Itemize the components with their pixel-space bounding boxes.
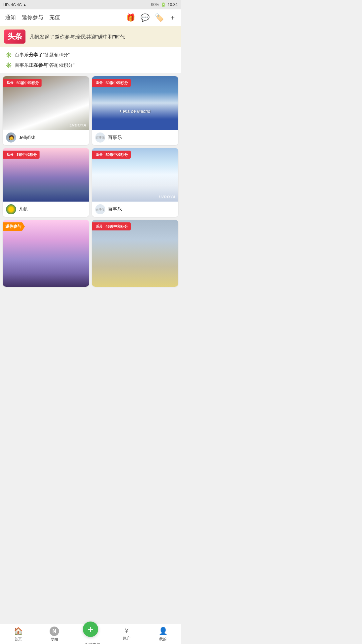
card-footer-3: 凡帆 [3, 202, 89, 217]
battery-level: 90% [151, 2, 159, 7]
card-desert[interactable]: 瓜分 46碳中和积分 [92, 220, 178, 287]
card-image-clouds: 瓜分 50碳中和积分 LVDOYA [92, 148, 178, 202]
coupon-icon[interactable]: 🏷️ [155, 13, 164, 22]
activity-list: ✳️ 百事乐分享了"答题领积分" ✳️ 百事乐正在参与"答题领积分" [0, 47, 181, 73]
card-forest[interactable]: 瓜分 1碳中和积分 凡帆 [3, 148, 89, 217]
card-badge-1: 瓜分 50碳中和积分 [3, 79, 42, 87]
signal2-icon: 4G [17, 3, 22, 7]
watermark-1: LVDOYA [70, 123, 86, 127]
activity-user-2: 百事乐 [15, 62, 29, 68]
status-left: HD₂ 4G 4G ▲ [3, 3, 26, 7]
status-bar: HD₂ 4G 4G ▲ 90% 🔋 10:34 [0, 0, 181, 9]
content-grid: 瓜分 50碳中和积分 LVDOYA 🧑 Jellyfish 瓜分 50碳中和积分… [0, 73, 181, 289]
card-image-forest: 瓜分 1碳中和积分 [3, 148, 89, 202]
card-clouds[interactable]: 瓜分 50碳中和积分 LVDOYA 百事乐 百事乐 [92, 148, 178, 217]
card-badge-6: 瓜分 46碳中和积分 [92, 222, 131, 230]
status-right: 90% 🔋 10:34 [151, 2, 178, 7]
avatar-inner-jellyfish: 🧑 [6, 132, 16, 143]
activity-item-2[interactable]: ✳️ 百事乐正在参与"答题领积分" [5, 60, 176, 70]
card-username-baishile-1: 百事乐 [108, 135, 122, 141]
card-image-purple: 邀你参与 [3, 220, 89, 287]
nav-links: 通知 邀你参与 充值 [5, 14, 119, 21]
activity-star-icon-1: ✳️ [5, 52, 12, 58]
guafen-tag-6: 瓜分 [94, 223, 105, 229]
card-username-baishile-2: 百事乐 [108, 206, 122, 212]
battery-icon: 🔋 [161, 2, 166, 7]
nav-link-invite[interactable]: 邀你参与 [22, 14, 43, 21]
nav-icons: 🎁 💬 🏷️ ＋ [126, 13, 176, 22]
activity-text-1: 百事乐分享了"答题领积分" [15, 52, 70, 58]
card-badge-2: 瓜分 50碳中和积分 [92, 79, 131, 87]
card-jellyfish[interactable]: 瓜分 50碳中和积分 LVDOYA 🧑 Jellyfish [3, 76, 89, 145]
avatar-baishile-1: 百事乐 [95, 132, 105, 143]
hd-icon: HD₂ [3, 3, 10, 7]
signal-icon: 4G [11, 3, 16, 7]
avatar-inner-fanfan [6, 204, 16, 214]
card-footer-4: 百事乐 百事乐 [92, 202, 178, 217]
card-badge-orange-5: 邀你参与 [3, 222, 25, 231]
activity-action-1: 分享了 [29, 52, 43, 57]
avatar-baishile-2: 百事乐 [95, 204, 105, 214]
headline-text: 凡帆发起了邀你参与:全民共迎"碳中和"时代 [29, 33, 125, 40]
card-badge-3: 瓜分 1碳中和积分 [3, 151, 40, 159]
gift-icon[interactable]: 🎁 [126, 13, 135, 22]
avatar-inner-baishile-2: 百事乐 [95, 204, 105, 214]
card-footer-2: 百事乐 百事乐 [92, 130, 178, 145]
card-footer-1: 🧑 Jellyfish [3, 130, 89, 145]
wifi-icon: ▲ [23, 3, 26, 7]
card-username-jellyfish: Jellyfish [19, 135, 36, 140]
card-image-glacier: 瓜分 50碳中和积分 LVDOYA [3, 76, 89, 130]
chat-icon[interactable]: 💬 [140, 13, 149, 22]
card-invite[interactable]: 邀你参与 [3, 220, 89, 287]
plus-icon[interactable]: ＋ [169, 13, 176, 22]
watermark-4: LVDOYA [159, 195, 176, 199]
card-image-desert: 瓜分 46碳中和积分 [92, 220, 178, 287]
activity-text-2: 百事乐正在参与"答题领积分" [15, 62, 74, 68]
card-username-fanfan: 凡帆 [19, 206, 28, 212]
card-badge-4: 瓜分 50碳中和积分 [92, 151, 131, 159]
guafen-tag-1: 瓜分 [5, 80, 15, 86]
guafen-tag-3: 瓜分 [5, 152, 15, 158]
activity-star-icon-2: ✳️ [5, 62, 12, 68]
badge-text-6: 46碳中和积分 [106, 224, 128, 229]
activity-content-2: "答题领积分" [48, 62, 74, 68]
clock: 10:34 [168, 2, 178, 7]
card-image-madrid: 瓜分 50碳中和积分 [92, 76, 178, 130]
activity-content-1: "答题领积分" [43, 52, 70, 57]
activity-user-1: 百事乐 [15, 52, 29, 57]
badge-text-1: 50碳中和积分 [16, 80, 39, 86]
top-nav: 通知 邀你参与 充值 🎁 💬 🏷️ ＋ [0, 9, 181, 26]
nav-link-notice[interactable]: 通知 [5, 14, 16, 21]
avatar-inner-baishile-1: 百事乐 [95, 132, 105, 143]
guafen-tag-4: 瓜分 [94, 152, 105, 158]
headline-banner[interactable]: 头条 凡帆发起了邀你参与:全民共迎"碳中和"时代 [0, 26, 181, 47]
avatar-fanfan [6, 204, 16, 214]
guafen-tag-2: 瓜分 [94, 80, 105, 86]
card-madrid[interactable]: 瓜分 50碳中和积分 百事乐 百事乐 [92, 76, 178, 145]
badge-text-3: 1碳中和积分 [16, 152, 37, 157]
avatar-jellyfish: 🧑 [6, 132, 16, 143]
nav-link-recharge[interactable]: 充值 [49, 14, 60, 21]
badge-text-4: 50碳中和积分 [106, 152, 128, 157]
headline-tag: 头条 [4, 30, 25, 44]
activity-action-2: 正在参与 [29, 62, 48, 68]
activity-item-1[interactable]: ✳️ 百事乐分享了"答题领积分" [5, 50, 176, 60]
badge-text-2: 50碳中和积分 [106, 80, 128, 86]
